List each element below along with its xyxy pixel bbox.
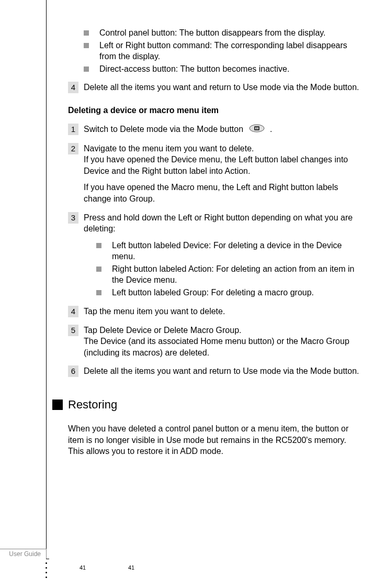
step-4: 4 Tap the menu item you want to delete.: [68, 306, 361, 317]
square-bullet-icon: [84, 43, 89, 48]
bullet-text: Left button labeled Device: For deleting…: [112, 240, 361, 262]
square-bullet-icon: [96, 243, 101, 248]
black-square-icon: [52, 400, 63, 410]
restoring-paragraph: When you have deleted a control panel bu…: [68, 423, 361, 457]
step-number: 3: [68, 212, 78, 224]
step-5: 5 Tap Delete Device or Delete Macro Grou…: [68, 325, 361, 359]
list-item: Direct-access button: The button becomes…: [84, 63, 361, 75]
svg-rect-1: [254, 126, 259, 130]
list-item: Right button labeled Action: For deletin…: [96, 263, 361, 286]
step-1: 1 Switch to Delete mode via the Mode but…: [68, 124, 361, 136]
step2-p1a: Navigate to the menu item you want to de…: [84, 144, 254, 153]
section-heading-row: Restoring: [52, 397, 361, 413]
step5-p1: Tap Delete Device or Delete Macro Group.: [84, 326, 241, 335]
svg-rect-3: [257, 127, 258, 129]
bullet-text: Left button labeled Group: For deleting …: [112, 287, 361, 298]
page-number-left: 41: [80, 564, 86, 571]
step-text: Press and hold down the Left or Right bu…: [84, 212, 361, 235]
step-text: Delete all the items you want and return…: [84, 365, 361, 377]
step-text: Switch to Delete mode via the Mode butto…: [84, 124, 361, 136]
list-item: Left button labeled Device: For deleting…: [96, 240, 361, 262]
dot-trail: [46, 562, 47, 581]
vertical-rule: [46, 0, 47, 559]
square-bullet-icon: [96, 290, 101, 295]
step-text: Tap the menu item you want to delete.: [84, 306, 361, 317]
step-2: 2 Navigate to the menu item you want to …: [68, 143, 361, 205]
step-number: 4: [68, 82, 78, 93]
svg-rect-2: [255, 127, 257, 129]
step-text-after: .: [270, 125, 272, 134]
bullet-text: Direct-access button: The button becomes…: [99, 63, 361, 75]
list-item: Left button labeled Group: For deleting …: [96, 287, 361, 298]
section-heading: Restoring: [68, 397, 117, 413]
step-text: Navigate to the menu item you want to de…: [84, 143, 361, 205]
square-bullet-icon: [96, 267, 101, 272]
step2-p1b: If you have opened the Device menu, the …: [84, 155, 348, 175]
subheading: Deleting a device or macro menu item: [68, 105, 361, 116]
step-number: 4: [68, 306, 78, 317]
step-text-before: Switch to Delete mode via the Mode butto…: [84, 125, 246, 134]
step-3: 3 Press and hold down the Left or Right …: [68, 212, 361, 235]
step-text: Delete all the items you want and return…: [84, 82, 361, 93]
bullet-list-top: Control panel button: The button disappe…: [84, 27, 361, 74]
step-number: 1: [68, 124, 78, 135]
step-number: 5: [68, 325, 78, 336]
bullet-text: Left or Right button command: The corres…: [99, 40, 361, 62]
bullet-text: Right button labeled Action: For deletin…: [112, 263, 361, 286]
bullet-list-step3: Left button labeled Device: For deleting…: [96, 240, 361, 298]
step5-p2: The Device (and its associated Home menu…: [84, 337, 349, 357]
step-number: 2: [68, 143, 78, 154]
horizontal-tick: [46, 559, 49, 559]
step-6: 6 Delete all the items you want and retu…: [68, 365, 361, 377]
square-bullet-icon: [84, 30, 89, 36]
step-number: 6: [68, 365, 78, 377]
square-bullet-icon: [84, 66, 89, 72]
step2-p3: If you have opened the Macro menu, the L…: [84, 182, 361, 204]
list-item: Left or Right button command: The corres…: [84, 40, 361, 62]
mode-button-icon: [249, 124, 265, 136]
page-number-right: 41: [128, 564, 134, 571]
list-item: Control panel button: The button disappe…: [84, 27, 361, 39]
step-text: Tap Delete Device or Delete Macro Group.…: [84, 325, 361, 359]
page-content: Control panel button: The button disappe…: [68, 27, 361, 464]
footer-label: User Guide: [0, 549, 47, 559]
step-4a: 4 Delete all the items you want and retu…: [68, 82, 361, 93]
bullet-text: Control panel button: The button disappe…: [99, 27, 361, 39]
